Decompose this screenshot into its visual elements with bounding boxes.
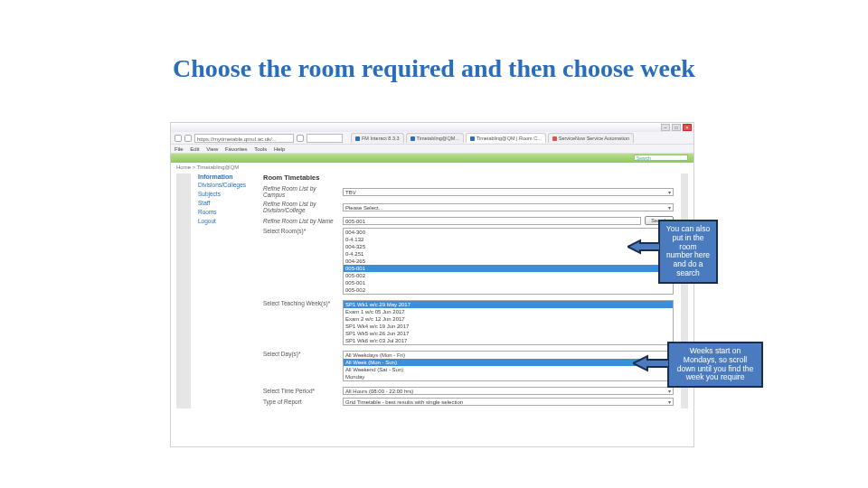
tab-label: Timetabling@QM... <box>417 134 459 144</box>
tab-item[interactable]: Timetabling@QM... <box>406 133 464 143</box>
list-option[interactable]: 004-265 <box>344 258 673 265</box>
menu-item[interactable]: Tools <box>254 146 267 152</box>
list-option[interactable]: All Week (Mon - Sun) <box>344 359 673 366</box>
callout-room-search: You can also put in the room number here… <box>658 220 718 284</box>
tab-icon <box>355 136 360 141</box>
list-option[interactable]: SP1 Wk1 w/c 29 May 2017 <box>344 301 673 308</box>
browser-navbar: https://mytimetable.qmul.ac.uk/... FM In… <box>171 132 693 145</box>
label-roomname: Refine Room List by Name <box>263 218 339 224</box>
days-listbox[interactable]: All Weekdays (Mon - Fri)All Week (Mon - … <box>343 351 674 381</box>
breadcrumb: Home > Timetabling@QM <box>171 163 693 172</box>
browser-menu: File Edit View Favorites Tools Help <box>171 145 693 154</box>
sidebar-item-logout[interactable]: Logout <box>198 218 256 224</box>
menu-item[interactable]: View <box>206 146 218 152</box>
callout-weeks: Weeks start on Mondays, so scroll down u… <box>667 342 763 388</box>
tab-icon <box>410 136 415 141</box>
label-time: Select Time Period* <box>263 388 339 394</box>
browser-window: – □ × https://mytimetable.qmul.ac.uk/...… <box>170 122 694 447</box>
window-titlebar: – □ × <box>171 123 693 132</box>
sidebar: Information Divisions/Colleges Subjects … <box>198 174 256 408</box>
forward-button[interactable] <box>184 135 192 142</box>
sidebar-item-staff[interactable]: Staff <box>198 200 256 206</box>
menu-item[interactable]: File <box>175 146 184 152</box>
report-select[interactable]: Grid Timetable - best results with singl… <box>343 398 674 406</box>
gutter-left <box>176 174 191 408</box>
tab-label: Timetabling@QM | Room C... <box>476 134 542 144</box>
label-report: Type of Report <box>263 399 339 405</box>
rooms-listbox[interactable]: 004-3000-4.132004-3250-4.251004-265005-0… <box>343 228 674 295</box>
list-option[interactable]: All Weekend (Sat - Sun) <box>344 366 673 373</box>
list-option[interactable]: SP1 Wk6 w/c 03 Jul 2017 <box>344 337 673 344</box>
page-content: Information Divisions/Colleges Subjects … <box>171 172 693 414</box>
menu-item[interactable]: Help <box>274 146 285 152</box>
sidebar-heading: Information <box>198 174 256 180</box>
label-weeks: Select Teaching Week(s)* <box>263 300 339 306</box>
list-option[interactable]: 005-001 <box>344 279 673 286</box>
tab-icon <box>552 136 557 141</box>
address-bar[interactable]: https://mytimetable.qmul.ac.uk/... <box>194 134 294 143</box>
label-days: Select Day(s)* <box>263 351 339 357</box>
maximize-button[interactable]: □ <box>672 124 681 131</box>
campus-select[interactable]: TBV <box>343 188 674 196</box>
page-title: Room Timetables <box>263 174 674 182</box>
close-button[interactable]: × <box>683 124 692 131</box>
tab-item[interactable]: Timetabling@QM | Room C... <box>466 133 546 143</box>
sidebar-item-divisions[interactable]: Divisions/Colleges <box>198 182 256 188</box>
list-option[interactable]: SP1 Wk5 w/c 26 Jun 2017 <box>344 330 673 337</box>
browser-search[interactable] <box>307 134 343 143</box>
label-rooms: Select Room(s)* <box>263 228 339 234</box>
list-option[interactable]: Exam 2 w/c 12 Jun 2017 <box>344 315 673 323</box>
division-select[interactable]: Please Select... <box>343 203 674 211</box>
main-panel: Room Timetables Refine Room List by Camp… <box>263 174 674 408</box>
label-division: Refine Room List by Division/College <box>263 201 339 213</box>
list-option[interactable]: 005-001 <box>344 265 673 272</box>
menu-item[interactable]: Favorites <box>225 146 248 152</box>
svg-marker-1 <box>633 356 669 371</box>
tab-item[interactable]: FM Interact 8.3.3 <box>351 133 404 143</box>
menu-item[interactable]: Edit <box>190 146 199 152</box>
list-option[interactable]: 004-300 <box>344 229 673 236</box>
tab-bar: FM Interact 8.3.3 Timetabling@QM... Time… <box>351 133 634 143</box>
site-header: Search <box>171 154 693 163</box>
slide-title: Choose the room required and then choose… <box>0 54 868 83</box>
tab-label: FM Interact 8.3.3 <box>362 134 400 144</box>
arrow-icon <box>627 239 660 255</box>
list-option[interactable]: Monday <box>344 373 673 380</box>
list-option[interactable]: 0-4.132 <box>344 236 673 243</box>
list-option[interactable]: 005-002 <box>344 272 673 279</box>
weeks-listbox[interactable]: SP1 Wk1 w/c 29 May 2017Exam 1 w/c 05 Jun… <box>343 300 674 345</box>
time-select[interactable]: All Hours (08:00 - 22:00 hrs) <box>343 387 674 395</box>
tab-label: ServiceNow Service Automation <box>559 134 629 144</box>
tab-item[interactable]: ServiceNow Service Automation <box>548 133 634 143</box>
svg-marker-0 <box>627 240 660 253</box>
minimize-button[interactable]: – <box>661 124 670 131</box>
back-button[interactable] <box>175 135 182 142</box>
tab-icon <box>470 136 475 141</box>
label-campus: Refine Room List by Campus <box>263 185 339 198</box>
sidebar-item-rooms[interactable]: Rooms <box>198 209 256 215</box>
list-option[interactable]: Exam 1 w/c 05 Jun 2017 <box>344 308 673 315</box>
list-option[interactable]: 0-4.251 <box>344 250 673 258</box>
list-option[interactable]: SP1 Wk4 w/c 19 Jun 2017 <box>344 323 673 330</box>
site-search[interactable]: Search <box>634 155 688 161</box>
list-option[interactable]: 005-002 <box>344 286 673 294</box>
arrow-icon <box>633 354 669 372</box>
sidebar-item-subjects[interactable]: Subjects <box>198 191 256 197</box>
roomname-input[interactable]: 005-001 <box>343 217 641 225</box>
list-option[interactable]: 004-325 <box>344 243 673 250</box>
refresh-button[interactable] <box>297 135 304 142</box>
list-option[interactable]: All Weekdays (Mon - Fri) <box>344 352 673 359</box>
